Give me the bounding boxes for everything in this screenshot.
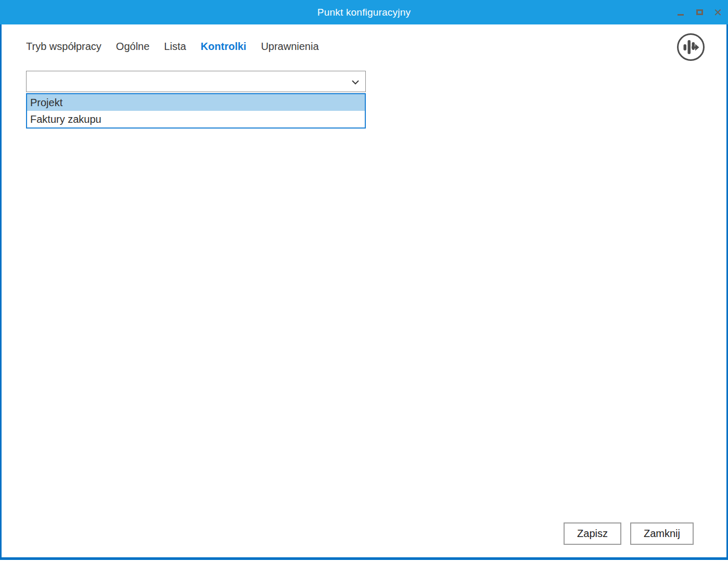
tab-uprawnienia[interactable]: Uprawnienia [261, 41, 318, 53]
dropdown-option-faktury-zakupu[interactable]: Faktury zakupu [27, 111, 365, 127]
window-controls: ✕ [675, 0, 724, 24]
tab-bar: Tryb współpracy Ogólne Lista Kontrolki U… [26, 41, 319, 53]
chevron-down-icon[interactable] [351, 78, 360, 87]
maximize-icon [696, 9, 703, 15]
tab-lista[interactable]: Lista [164, 41, 186, 53]
close-dialog-button[interactable]: Zamknij [630, 522, 694, 545]
save-button[interactable]: Zapisz [564, 522, 621, 545]
tab-kontrolki[interactable]: Kontrolki [201, 41, 247, 53]
dropdown-option-projekt[interactable]: Projekt [27, 94, 365, 111]
titlebar: Punkt konfiguracyjny ✕ [0, 0, 728, 24]
minimize-icon [678, 14, 684, 16]
maximize-button[interactable] [694, 7, 705, 18]
tab-ogolne[interactable]: Ogólne [116, 41, 150, 53]
footer-button-row: Zapisz Zamknij [564, 522, 694, 545]
combobox-dropdown-list: Projekt Faktury zakupu [26, 93, 366, 129]
minimize-button[interactable] [675, 7, 686, 18]
close-button[interactable]: ✕ [712, 7, 724, 18]
tab-tryb-wspolpracy[interactable]: Tryb współpracy [26, 41, 101, 53]
control-type-combobox[interactable] [26, 71, 366, 92]
config-point-window: Punkt konfiguracyjny ✕ Tryb współpracy O… [0, 0, 728, 560]
levels-arrow-icon[interactable] [676, 32, 706, 62]
close-icon: ✕ [714, 7, 723, 18]
window-title: Punkt konfiguracyjny [0, 0, 728, 24]
